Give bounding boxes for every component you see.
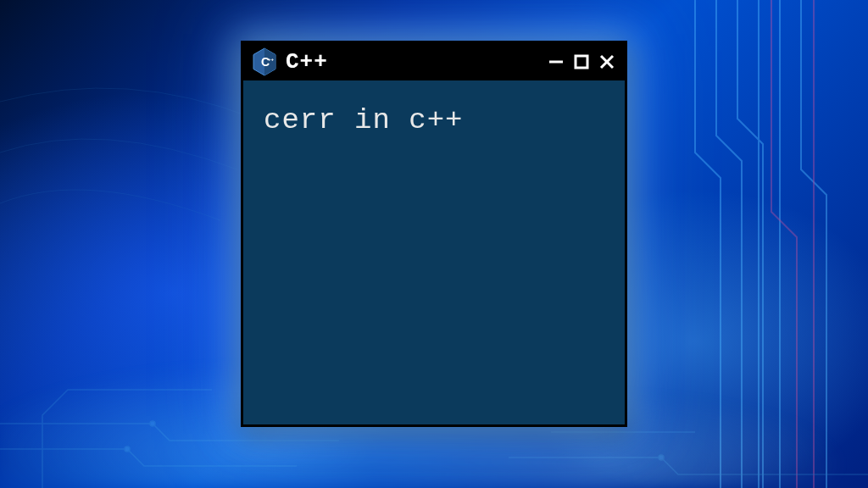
- terminal-window: C ++ C++ cerr in: [241, 41, 627, 427]
- close-icon[interactable]: [598, 53, 616, 71]
- terminal-content: cerr in c++: [243, 80, 625, 160]
- window-title: C++: [286, 49, 538, 75]
- titlebar[interactable]: C ++ C++: [243, 43, 625, 80]
- maximize-icon[interactable]: [572, 53, 591, 71]
- svg-rect-8: [576, 56, 587, 68]
- svg-text:++: ++: [268, 57, 275, 62]
- minimize-icon[interactable]: [547, 53, 565, 71]
- cpp-logo-icon: C ++: [252, 47, 277, 76]
- content-text: cerr in c++: [264, 104, 604, 136]
- window-controls: [547, 53, 616, 71]
